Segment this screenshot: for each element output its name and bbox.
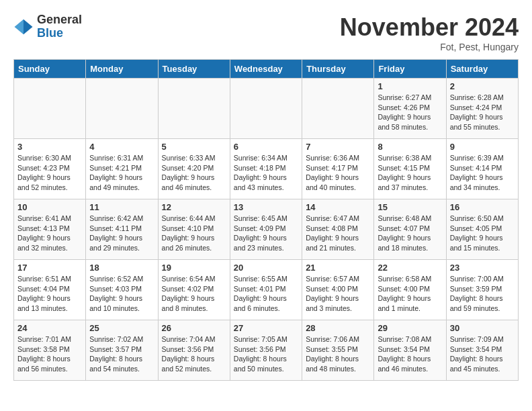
- day-detail: Sunrise: 6:34 AM Sunset: 4:18 PM Dayligh…: [234, 153, 298, 193]
- day-header-tuesday: Tuesday: [158, 60, 230, 79]
- calendar-cell: 10Sunrise: 6:41 AM Sunset: 4:13 PM Dayli…: [14, 199, 86, 260]
- calendar-cell: 3Sunrise: 6:30 AM Sunset: 4:23 PM Daylig…: [14, 139, 86, 199]
- calendar-cell: 29Sunrise: 7:08 AM Sunset: 3:54 PM Dayli…: [374, 320, 446, 381]
- day-number: 4: [89, 142, 154, 152]
- day-number: 23: [450, 263, 515, 273]
- day-detail: Sunrise: 6:47 AM Sunset: 4:08 PM Dayligh…: [306, 214, 370, 253]
- day-header-friday: Friday: [374, 60, 446, 79]
- week-row-4: 24Sunrise: 7:01 AM Sunset: 3:58 PM Dayli…: [14, 320, 519, 381]
- calendar-cell: 22Sunrise: 6:58 AM Sunset: 4:00 PM Dayli…: [374, 260, 446, 320]
- subtitle: Fot, Pest, Hungary: [340, 42, 519, 52]
- day-detail: Sunrise: 6:57 AM Sunset: 4:00 PM Dayligh…: [306, 274, 370, 314]
- day-detail: Sunrise: 6:50 AM Sunset: 4:05 PM Dayligh…: [450, 214, 515, 253]
- day-detail: Sunrise: 7:08 AM Sunset: 3:54 PM Dayligh…: [378, 334, 442, 374]
- calendar-cell: 26Sunrise: 7:04 AM Sunset: 3:56 PM Dayli…: [158, 320, 230, 381]
- day-number: 10: [17, 202, 82, 212]
- week-row-2: 10Sunrise: 6:41 AM Sunset: 4:13 PM Dayli…: [14, 199, 519, 260]
- calendar-cell: 25Sunrise: 7:02 AM Sunset: 3:57 PM Dayli…: [86, 320, 158, 381]
- day-header-monday: Monday: [86, 60, 158, 79]
- day-number: 28: [306, 323, 370, 333]
- calendar-cell: 14Sunrise: 6:47 AM Sunset: 4:08 PM Dayli…: [302, 199, 374, 260]
- day-number: 18: [89, 263, 154, 273]
- calendar-cell: [302, 79, 374, 139]
- calendar-cell: 2Sunrise: 6:28 AM Sunset: 4:24 PM Daylig…: [446, 79, 518, 139]
- calendar-cell: 9Sunrise: 6:39 AM Sunset: 4:14 PM Daylig…: [446, 139, 518, 199]
- day-number: 9: [450, 142, 515, 152]
- day-detail: Sunrise: 6:52 AM Sunset: 4:03 PM Dayligh…: [89, 274, 154, 314]
- calendar-cell: 27Sunrise: 7:05 AM Sunset: 3:56 PM Dayli…: [230, 320, 302, 381]
- day-detail: Sunrise: 6:38 AM Sunset: 4:15 PM Dayligh…: [378, 153, 442, 193]
- day-detail: Sunrise: 7:01 AM Sunset: 3:58 PM Dayligh…: [17, 334, 82, 374]
- calendar-cell: 16Sunrise: 6:50 AM Sunset: 4:05 PM Dayli…: [446, 199, 518, 260]
- calendar-cell: 1Sunrise: 6:27 AM Sunset: 4:26 PM Daylig…: [374, 79, 446, 139]
- calendar-cell: [14, 79, 86, 139]
- week-row-1: 3Sunrise: 6:30 AM Sunset: 4:23 PM Daylig…: [14, 139, 519, 199]
- day-detail: Sunrise: 6:44 AM Sunset: 4:10 PM Dayligh…: [162, 214, 226, 253]
- day-detail: Sunrise: 7:06 AM Sunset: 3:55 PM Dayligh…: [306, 334, 370, 374]
- day-detail: Sunrise: 6:45 AM Sunset: 4:09 PM Dayligh…: [234, 214, 298, 253]
- day-detail: Sunrise: 6:39 AM Sunset: 4:14 PM Dayligh…: [450, 153, 515, 193]
- day-detail: Sunrise: 6:33 AM Sunset: 4:20 PM Dayligh…: [162, 153, 226, 193]
- day-number: 5: [162, 142, 226, 152]
- day-number: 19: [162, 263, 226, 273]
- day-detail: Sunrise: 6:54 AM Sunset: 4:02 PM Dayligh…: [162, 274, 226, 314]
- calendar-cell: 21Sunrise: 6:57 AM Sunset: 4:00 PM Dayli…: [302, 260, 374, 320]
- calendar-cell: 12Sunrise: 6:44 AM Sunset: 4:10 PM Dayli…: [158, 199, 230, 260]
- calendar-cell: [230, 79, 302, 139]
- calendar-cell: 11Sunrise: 6:42 AM Sunset: 4:11 PM Dayli…: [86, 199, 158, 260]
- day-number: 27: [234, 323, 298, 333]
- day-header-sunday: Sunday: [14, 60, 86, 79]
- title-section: November 2024 Fot, Pest, Hungary: [340, 13, 519, 52]
- week-row-0: 1Sunrise: 6:27 AM Sunset: 4:26 PM Daylig…: [14, 79, 519, 139]
- calendar-cell: 30Sunrise: 7:09 AM Sunset: 3:54 PM Dayli…: [446, 320, 518, 381]
- day-detail: Sunrise: 7:05 AM Sunset: 3:56 PM Dayligh…: [234, 334, 298, 374]
- day-detail: Sunrise: 6:28 AM Sunset: 4:24 PM Dayligh…: [450, 93, 515, 132]
- calendar-cell: 18Sunrise: 6:52 AM Sunset: 4:03 PM Dayli…: [86, 260, 158, 320]
- day-header-thursday: Thursday: [302, 60, 374, 79]
- logo-general: General: [37, 13, 82, 27]
- header: General Blue November 2024 Fot, Pest, Hu…: [13, 13, 519, 52]
- day-number: 24: [17, 323, 82, 333]
- day-detail: Sunrise: 7:04 AM Sunset: 3:56 PM Dayligh…: [162, 334, 226, 374]
- calendar-cell: 24Sunrise: 7:01 AM Sunset: 3:58 PM Dayli…: [14, 320, 86, 381]
- day-number: 14: [306, 202, 370, 212]
- day-number: 12: [162, 202, 226, 212]
- day-detail: Sunrise: 6:48 AM Sunset: 4:07 PM Dayligh…: [378, 214, 442, 253]
- svg-marker-1: [15, 19, 24, 35]
- day-detail: Sunrise: 6:36 AM Sunset: 4:17 PM Dayligh…: [306, 153, 370, 193]
- day-detail: Sunrise: 7:02 AM Sunset: 3:57 PM Dayligh…: [89, 334, 154, 374]
- day-number: 2: [450, 81, 515, 91]
- day-detail: Sunrise: 7:00 AM Sunset: 3:59 PM Dayligh…: [450, 274, 515, 314]
- week-row-3: 17Sunrise: 6:51 AM Sunset: 4:04 PM Dayli…: [14, 260, 519, 320]
- day-detail: Sunrise: 6:55 AM Sunset: 4:01 PM Dayligh…: [234, 274, 298, 314]
- day-number: 22: [378, 263, 442, 273]
- day-number: 30: [450, 323, 515, 333]
- day-detail: Sunrise: 6:42 AM Sunset: 4:11 PM Dayligh…: [89, 214, 154, 253]
- day-detail: Sunrise: 7:09 AM Sunset: 3:54 PM Dayligh…: [450, 334, 515, 374]
- day-number: 7: [306, 142, 370, 152]
- day-number: 11: [89, 202, 154, 212]
- logo: General Blue: [13, 13, 82, 40]
- calendar-cell: [158, 79, 230, 139]
- calendar-cell: 17Sunrise: 6:51 AM Sunset: 4:04 PM Dayli…: [14, 260, 86, 320]
- logo-blue: Blue: [37, 27, 82, 40]
- day-number: 16: [450, 202, 515, 212]
- day-number: 3: [17, 142, 82, 152]
- day-number: 20: [234, 263, 298, 273]
- day-detail: Sunrise: 6:51 AM Sunset: 4:04 PM Dayligh…: [17, 274, 82, 314]
- day-number: 17: [17, 263, 82, 273]
- day-detail: Sunrise: 6:27 AM Sunset: 4:26 PM Dayligh…: [378, 93, 442, 132]
- calendar-cell: 23Sunrise: 7:00 AM Sunset: 3:59 PM Dayli…: [446, 260, 518, 320]
- day-number: 15: [378, 202, 442, 212]
- calendar-cell: 28Sunrise: 7:06 AM Sunset: 3:55 PM Dayli…: [302, 320, 374, 381]
- day-header-wednesday: Wednesday: [230, 60, 302, 79]
- calendar-cell: 7Sunrise: 6:36 AM Sunset: 4:17 PM Daylig…: [302, 139, 374, 199]
- calendar-cell: 19Sunrise: 6:54 AM Sunset: 4:02 PM Dayli…: [158, 260, 230, 320]
- day-number: 13: [234, 202, 298, 212]
- day-header-saturday: Saturday: [446, 60, 518, 79]
- calendar-cell: 5Sunrise: 6:33 AM Sunset: 4:20 PM Daylig…: [158, 139, 230, 199]
- day-number: 29: [378, 323, 442, 333]
- day-detail: Sunrise: 6:41 AM Sunset: 4:13 PM Dayligh…: [17, 214, 82, 253]
- month-title: November 2024: [340, 13, 519, 42]
- day-detail: Sunrise: 6:58 AM Sunset: 4:00 PM Dayligh…: [378, 274, 442, 314]
